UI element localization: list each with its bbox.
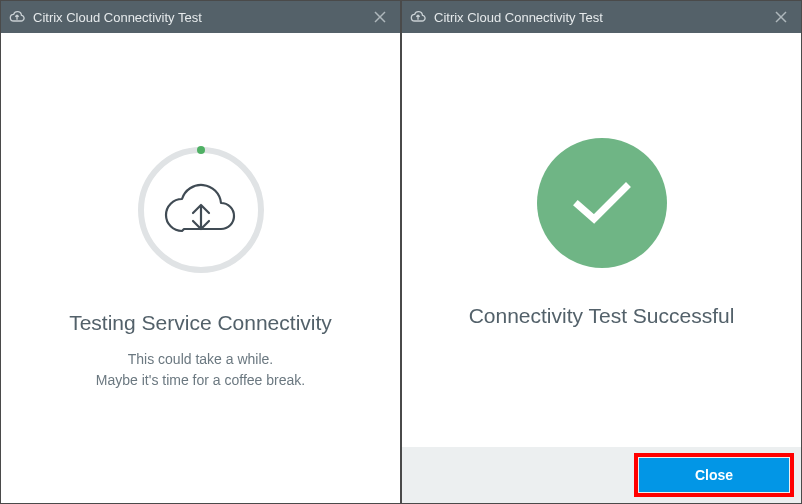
dialog-footer: Close <box>402 447 801 503</box>
svg-point-3 <box>197 146 205 154</box>
cloud-upload-icon <box>410 9 426 25</box>
status-subtext: This could take a while. Maybe it's time… <box>96 349 305 391</box>
close-icon[interactable] <box>368 5 392 29</box>
dialog-testing: Citrix Cloud Connectivity Test Testing S… <box>0 0 401 504</box>
checkmark-icon <box>570 179 634 227</box>
status-headline: Testing Service Connectivity <box>69 311 332 335</box>
window-title: Citrix Cloud Connectivity Test <box>33 10 368 25</box>
success-circle-icon <box>537 138 667 268</box>
subtext-line-2: Maybe it's time for a coffee break. <box>96 370 305 391</box>
titlebar-left: Citrix Cloud Connectivity Test <box>1 1 400 33</box>
status-headline: Connectivity Test Successful <box>469 304 735 328</box>
progress-graphic <box>136 145 266 275</box>
close-icon[interactable] <box>769 5 793 29</box>
titlebar-right: Citrix Cloud Connectivity Test <box>402 1 801 33</box>
close-button[interactable]: Close <box>639 458 789 492</box>
dialog-body: Connectivity Test Successful <box>402 33 801 447</box>
cloud-upload-icon <box>9 9 25 25</box>
dialog-success: Citrix Cloud Connectivity Test Connectiv… <box>401 0 802 504</box>
subtext-line-1: This could take a while. <box>96 349 305 370</box>
dialog-body: Testing Service Connectivity This could … <box>1 33 400 503</box>
window-title: Citrix Cloud Connectivity Test <box>434 10 769 25</box>
success-graphic <box>537 138 667 268</box>
cloud-upload-large-icon <box>162 181 240 239</box>
